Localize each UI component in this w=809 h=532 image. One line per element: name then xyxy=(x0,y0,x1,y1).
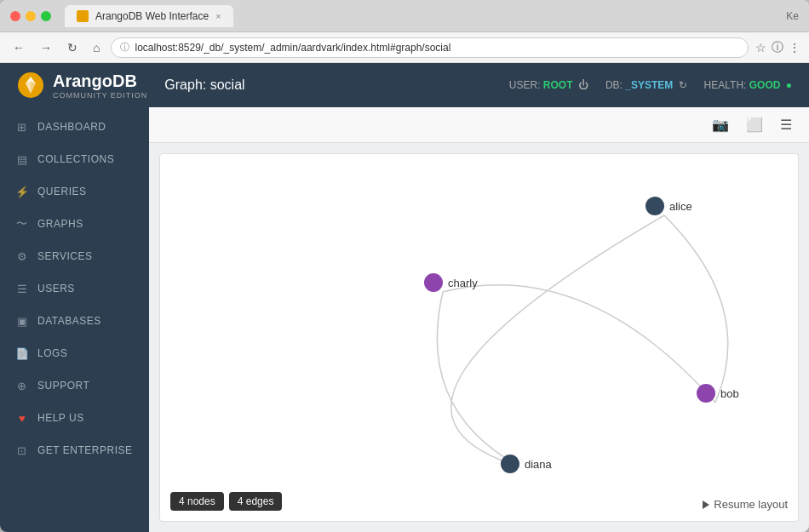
sidebar-item-label: SERVICES xyxy=(37,250,92,262)
node-circle-bob xyxy=(697,384,715,403)
window-corner-text: Ke xyxy=(786,10,799,22)
sidebar-item-label: COLLECTIONS xyxy=(37,153,114,165)
header-right: USER: ROOT ⏻ DB: _SYSTEM ↻ HEALTH: GOOD … xyxy=(509,79,792,91)
close-button[interactable] xyxy=(10,11,20,21)
browser-toolbar: ← → ↻ ⌂ ⓘ localhost:8529/_db/_system/_ad… xyxy=(0,32,809,63)
enterprise-icon: ⊡ xyxy=(15,443,29,457)
services-icon: ⚙ xyxy=(15,249,29,263)
menu-icon[interactable]: ⋮ xyxy=(789,41,800,54)
arangodb-logo-icon xyxy=(17,72,44,99)
app-header: ArangoDB COMMUNITY EDITION Graph: social… xyxy=(0,63,809,107)
main-content: 📷 ⬜ ☰ xyxy=(149,107,809,532)
node-bob[interactable]: bob xyxy=(697,384,739,403)
camera-button[interactable]: 📷 xyxy=(709,113,732,136)
dashboard-icon: ⊞ xyxy=(15,120,29,134)
logs-icon: 📄 xyxy=(15,346,29,360)
maximize-button[interactable] xyxy=(41,11,51,21)
sidebar-item-enterprise[interactable]: ⊡ GET ENTERPRISE xyxy=(0,434,149,466)
reload-button[interactable]: ↻ xyxy=(63,39,82,56)
logo-text-area: ArangoDB COMMUNITY EDITION xyxy=(53,72,147,100)
graph-footer: 4 nodes 4 edges xyxy=(170,492,282,511)
browser-window: ArangoDB Web Interface × Ke ← → ↻ ⌂ ⓘ lo… xyxy=(0,0,809,532)
tab-favicon xyxy=(77,10,89,22)
users-icon: ☰ xyxy=(15,282,29,295)
node-alice[interactable]: alice xyxy=(645,197,692,215)
sidebar-item-label: SUPPORT xyxy=(37,380,89,392)
sidebar-item-label: QUERIES xyxy=(37,186,87,197)
browser-tab[interactable]: ArangoDB Web Interface × xyxy=(65,5,233,27)
main-toolbar: 📷 ⬜ ☰ xyxy=(149,107,809,143)
forward-button[interactable]: → xyxy=(36,39,56,56)
resume-layout-label: Resume layout xyxy=(714,498,788,511)
browser-toolbar-right: ☆ ⓘ ⋮ xyxy=(755,40,800,55)
sidebar-item-label: GET ENTERPRISE xyxy=(37,444,132,456)
node-charly[interactable]: charly xyxy=(424,273,478,292)
address-text: localhost:8529/_db/_system/_admin/aardva… xyxy=(135,42,450,54)
tab-close-icon[interactable]: × xyxy=(215,11,221,21)
support-icon: ⊕ xyxy=(15,379,29,392)
sidebar-item-services[interactable]: ⚙ SERVICES xyxy=(0,240,149,272)
sidebar-item-users[interactable]: ☰ USERS xyxy=(0,272,149,305)
health-stat: HEALTH: GOOD ● xyxy=(704,79,792,91)
sidebar-item-help[interactable]: ♥ HELP US xyxy=(0,402,149,434)
graphs-icon: 〜 xyxy=(15,217,29,231)
info-icon[interactable]: ⓘ xyxy=(772,40,783,55)
node-label-charly: charly xyxy=(448,277,478,289)
heart-icon: ♥ xyxy=(15,411,29,425)
user-stat: USER: ROOT ⏻ xyxy=(509,79,588,91)
minimize-button[interactable] xyxy=(26,11,36,21)
sidebar-item-label: GRAPHS xyxy=(37,218,83,230)
logo-subtitle: COMMUNITY EDITION xyxy=(53,91,147,100)
node-circle-diana xyxy=(501,455,519,473)
sidebar-item-databases[interactable]: ▣ DATABASES xyxy=(0,305,149,337)
node-circle-alice xyxy=(645,197,664,215)
db-stat: DB: _SYSTEM ↻ xyxy=(605,79,687,91)
bookmark-icon[interactable]: ☆ xyxy=(755,41,766,54)
fullscreen-button[interactable]: ⬜ xyxy=(743,113,766,136)
node-label-bob: bob xyxy=(720,387,739,400)
tab-title: ArangoDB Web Interface xyxy=(95,10,209,22)
node-diana[interactable]: diana xyxy=(501,455,552,473)
address-bar[interactable]: ⓘ localhost:8529/_db/_system/_admin/aard… xyxy=(111,37,749,58)
menu-button[interactable]: ☰ xyxy=(777,113,795,136)
app-container: ArangoDB COMMUNITY EDITION Graph: social… xyxy=(0,63,809,532)
sidebar-item-graphs[interactable]: 〜 GRAPHS xyxy=(0,208,149,240)
databases-icon: ▣ xyxy=(15,314,29,328)
sidebar-item-dashboard[interactable]: ⊞ DASHBOARD xyxy=(0,111,149,143)
graph-edges-svg xyxy=(160,154,798,521)
logo-text: ArangoDB xyxy=(53,72,147,91)
sidebar-item-label: DATABASES xyxy=(37,315,101,327)
graph-viewport: alice charly bob diana xyxy=(159,153,799,522)
app-body: ⊞ DASHBOARD ▤ COLLECTIONS ⚡ QUERIES 〜 GR… xyxy=(0,107,809,532)
home-button[interactable]: ⌂ xyxy=(89,39,104,56)
sidebar-item-label: USERS xyxy=(37,283,75,295)
collections-icon: ▤ xyxy=(15,152,29,166)
sidebar-item-label: DASHBOARD xyxy=(37,121,106,133)
nodes-badge: 4 nodes xyxy=(170,492,224,511)
edges-badge: 4 edges xyxy=(229,492,283,511)
play-icon xyxy=(703,501,709,509)
sidebar-item-label: LOGS xyxy=(37,347,67,359)
queries-icon: ⚡ xyxy=(15,185,29,198)
sidebar-item-collections[interactable]: ▤ COLLECTIONS xyxy=(0,143,149,175)
browser-titlebar: ArangoDB Web Interface × Ke xyxy=(0,0,809,32)
node-circle-charly xyxy=(424,273,443,292)
back-button[interactable]: ← xyxy=(9,39,29,56)
logo-area: ArangoDB COMMUNITY EDITION xyxy=(17,72,147,100)
sidebar: ⊞ DASHBOARD ▤ COLLECTIONS ⚡ QUERIES 〜 GR… xyxy=(0,107,149,532)
sidebar-item-support[interactable]: ⊕ SUPPORT xyxy=(0,369,149,402)
sidebar-item-label: HELP US xyxy=(37,412,84,424)
node-label-diana: diana xyxy=(525,458,552,471)
sidebar-item-queries[interactable]: ⚡ QUERIES xyxy=(0,175,149,208)
lock-icon: ⓘ xyxy=(120,41,129,54)
sidebar-item-logs[interactable]: 📄 LOGS xyxy=(0,337,149,369)
node-label-alice: alice xyxy=(669,200,692,213)
traffic-lights xyxy=(10,11,51,21)
resume-layout-button[interactable]: Resume layout xyxy=(703,498,788,511)
graph-title: Graph: social xyxy=(164,77,244,93)
